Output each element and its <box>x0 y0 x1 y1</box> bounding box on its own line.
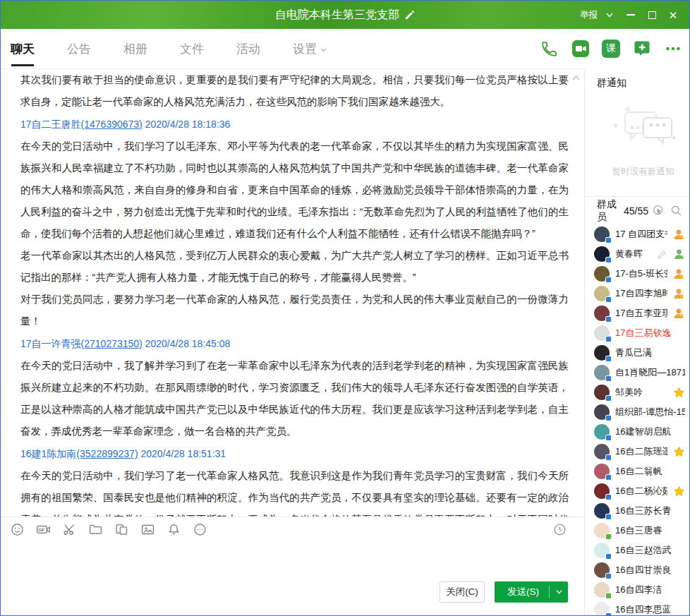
report-button[interactable]: 举报 <box>579 9 599 21</box>
avatar <box>594 266 610 282</box>
member-row[interactable]: 17自五李亚琪 <box>594 303 689 323</box>
group-sidebar: 群通知 暂时没有新通知 群成员 45/55 <box>585 68 689 615</box>
sender-qq-link[interactable]: (3522899237) <box>76 448 138 459</box>
send-options-icon[interactable] <box>550 588 568 596</box>
mobile-online-indicator <box>605 375 612 382</box>
mobile-online-indicator <box>605 573 612 579</box>
member-row[interactable]: 16自二陈瑶遥 <box>594 442 689 461</box>
message-sender: 17自一许青强(2710273150) 2020/4/28 18:45:08 <box>20 332 569 355</box>
member-row[interactable]: 组织部-谭思怡-1557 <box>594 402 689 422</box>
collapse-chat-icon[interactable] <box>571 73 581 83</box>
member-row[interactable]: 16自四甘崇良 <box>594 560 689 580</box>
message-history-clock-icon[interactable] <box>552 522 567 538</box>
close-button[interactable]: ✕ <box>662 1 684 29</box>
group-chat-window: 自电院本科生第三党支部 举报 ✕ 聊天 公告 相册 文件 活动 设置 课 <box>0 0 690 616</box>
screenshot-scissors-icon[interactable] <box>61 522 77 538</box>
avatar <box>594 523 610 538</box>
tab-settings[interactable]: 设置 <box>293 41 327 57</box>
emoji-icon[interactable] <box>9 522 25 538</box>
message-sender: 16建1陈加南(3522899237) 2020/4/28 18:51:31 <box>20 442 569 465</box>
member-row[interactable]: 16自四李洁 <box>594 580 689 600</box>
member-row[interactable]: 黄春晖 <box>594 244 689 264</box>
member-row[interactable]: 17自四李旭时 <box>594 284 689 303</box>
composer-toolbar: GIF <box>1 517 584 542</box>
sender-qq-link[interactable]: (1476390673) <box>81 119 143 130</box>
member-row[interactable]: 16自二杨沁茹 <box>594 481 689 501</box>
report-dropdown-icon[interactable] <box>599 1 620 29</box>
member-list[interactable]: 17 自四团支书刘 黄春晖 17-自5-班长萤云 17自四李旭时 <box>585 224 689 615</box>
maximize-button[interactable] <box>641 1 662 29</box>
member-row[interactable]: 16自三唐睿 <box>594 521 689 540</box>
class-icon[interactable]: 课 <box>602 40 620 58</box>
message-text: 在今天的党日活动中，我们学习了老一代革命家人格风范。我意识到这是作为我们青年党员… <box>20 465 569 517</box>
member-row[interactable]: 17 自四团支书刘 <box>594 224 689 244</box>
tab-announcements[interactable]: 公告 <box>67 41 91 57</box>
edit-title-icon[interactable] <box>404 10 415 20</box>
more-icon[interactable] <box>663 40 682 59</box>
members-header-icons <box>653 205 682 217</box>
mobile-online-indicator <box>605 612 612 615</box>
message-text: 对于我们党员同志，要努力学习老一代革命家的人格风范，履行党员责任，为党和人民的伟… <box>20 289 569 332</box>
member-name: 邹美吟 <box>615 386 667 399</box>
chat-pane: 其次我们要有敢于担当的使命意识，更重要的是我们要有严守纪律的大局观念。相信，只要… <box>1 68 585 615</box>
message-history[interactable]: 其次我们要有敢于担当的使命意识，更重要的是我们要有严守纪律的大局观念。相信，只要… <box>1 68 584 517</box>
tab-chat[interactable]: 聊天 <box>11 41 35 57</box>
add-bubble-icon[interactable] <box>632 40 651 59</box>
file-folder-icon[interactable] <box>87 522 103 538</box>
invite-icon[interactable] <box>653 205 665 217</box>
avatar <box>594 385 610 400</box>
member-row[interactable]: 16建智胡启航 <box>594 422 689 442</box>
member-row[interactable]: 青瓜已满 <box>594 343 689 363</box>
tab-albums[interactable]: 相册 <box>123 41 147 57</box>
member-row[interactable]: 16自四李思蓝 <box>594 600 689 615</box>
avatar <box>594 286 610 301</box>
member-name: 17自三易钦逸 <box>615 327 685 339</box>
empty-notice-illustration <box>604 101 683 162</box>
close-chat-button[interactable]: 关闭(C) <box>440 581 485 603</box>
member-row[interactable]: 16自三苏长青 <box>594 501 689 521</box>
member-name: 16自二陈瑶遥 <box>615 445 667 458</box>
tab-files[interactable]: 文件 <box>180 41 204 57</box>
sender-name[interactable]: 17自一许青强 <box>20 338 81 349</box>
mobile-online-indicator <box>605 435 612 441</box>
more-tools-icon[interactable] <box>192 522 207 538</box>
member-row[interactable]: 16自三赵浩武 <box>594 540 689 560</box>
star-badge-icon <box>673 387 685 399</box>
member-name: 17自四李旭时 <box>615 287 667 300</box>
avatar <box>594 503 610 519</box>
sender-name[interactable]: 16建1陈加南 <box>20 448 76 459</box>
gif-icon[interactable]: GIF <box>35 522 51 538</box>
avatar <box>594 227 610 242</box>
member-row[interactable]: 17自三易钦逸 <box>594 323 689 343</box>
member-row[interactable]: 16自二翁帆 <box>594 461 689 481</box>
mobile-online-indicator <box>605 316 612 322</box>
chat-record-panels-icon[interactable] <box>114 522 129 538</box>
member-name: 17-自5-班长萤云 <box>615 267 667 280</box>
avatar <box>594 562 610 578</box>
mobile-online-indicator <box>605 296 612 303</box>
edit-name-icon[interactable] <box>657 249 667 260</box>
image-icon[interactable] <box>140 522 155 538</box>
svg-text:GIF: GIF <box>38 528 45 532</box>
member-row[interactable]: 自1肖晓阳—187113 <box>594 363 689 382</box>
titlebar: 自电院本科生第三党支部 举报 ✕ <box>1 1 689 29</box>
sender-name[interactable]: 17自二王唐胜 <box>20 119 81 130</box>
avatar <box>594 365 610 380</box>
member-row[interactable]: 邹美吟 <box>594 382 689 402</box>
member-row[interactable]: 17-自5-班长萤云 <box>594 264 689 284</box>
minimize-button[interactable] <box>620 1 641 29</box>
sender-qq-link[interactable]: (2710273150) <box>81 338 143 349</box>
send-button[interactable]: 发送(S) <box>495 581 568 603</box>
voice-call-icon[interactable] <box>540 40 559 59</box>
mobile-online-indicator <box>605 553 612 560</box>
admin-badge-icon <box>673 308 685 320</box>
message-time: 2020/4/28 18:18:36 <box>145 119 231 130</box>
video-call-icon[interactable] <box>571 40 590 59</box>
tab-activities[interactable]: 活动 <box>236 41 260 57</box>
mobile-online-indicator <box>605 474 612 481</box>
message-input[interactable] <box>1 542 584 576</box>
member-name: 自1肖晓阳—187113 <box>615 366 685 379</box>
search-icon[interactable] <box>670 205 682 217</box>
bell-icon[interactable] <box>166 522 181 538</box>
member-name: 17自五李亚琪 <box>615 307 667 320</box>
